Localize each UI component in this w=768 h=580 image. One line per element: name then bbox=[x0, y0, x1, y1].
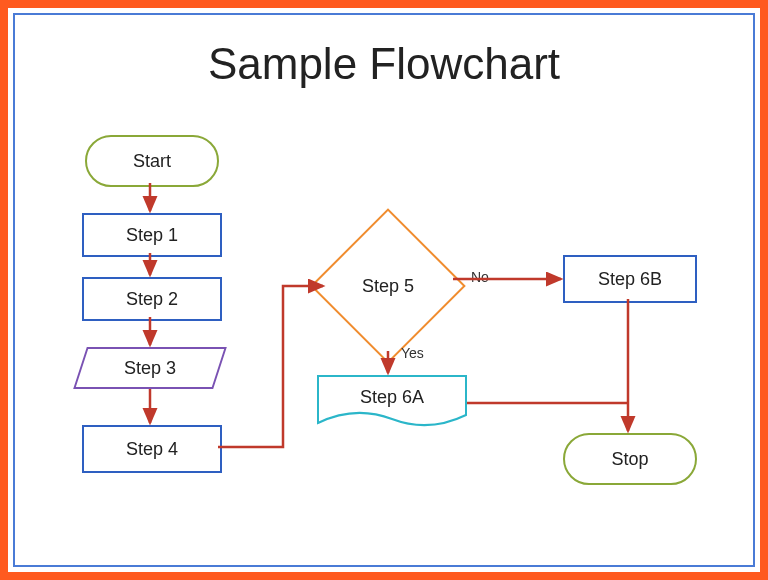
node-step4: Step 4 bbox=[82, 425, 222, 473]
node-step3-label: Step 3 bbox=[124, 358, 176, 379]
edge-label-no: No bbox=[471, 269, 489, 285]
node-stop-label: Stop bbox=[611, 449, 648, 470]
node-step6b-label: Step 6B bbox=[598, 269, 662, 290]
node-step6a-label: Step 6A bbox=[317, 387, 467, 408]
node-start-label: Start bbox=[133, 151, 171, 172]
node-step1: Step 1 bbox=[82, 213, 222, 257]
node-step2-label: Step 2 bbox=[126, 289, 178, 310]
node-step4-label: Step 4 bbox=[126, 439, 178, 460]
node-step2: Step 2 bbox=[82, 277, 222, 321]
node-step1-label: Step 1 bbox=[126, 225, 178, 246]
node-step5: Step 5 bbox=[333, 231, 443, 341]
flowchart-canvas: Sample Flowchart Start Step 1 Step 2 Ste… bbox=[15, 15, 753, 565]
node-step6b: Step 6B bbox=[563, 255, 697, 303]
node-stop: Stop bbox=[563, 433, 697, 485]
chart-title: Sample Flowchart bbox=[15, 39, 753, 89]
node-step5-label: Step 5 bbox=[362, 276, 414, 297]
outer-frame: Sample Flowchart Start Step 1 Step 2 Ste… bbox=[0, 0, 768, 580]
node-start: Start bbox=[85, 135, 219, 187]
inner-frame: Sample Flowchart Start Step 1 Step 2 Ste… bbox=[13, 13, 755, 567]
edge-label-yes: Yes bbox=[401, 345, 424, 361]
node-step3: Step 3 bbox=[80, 347, 220, 389]
node-step6a: Step 6A bbox=[317, 375, 467, 431]
